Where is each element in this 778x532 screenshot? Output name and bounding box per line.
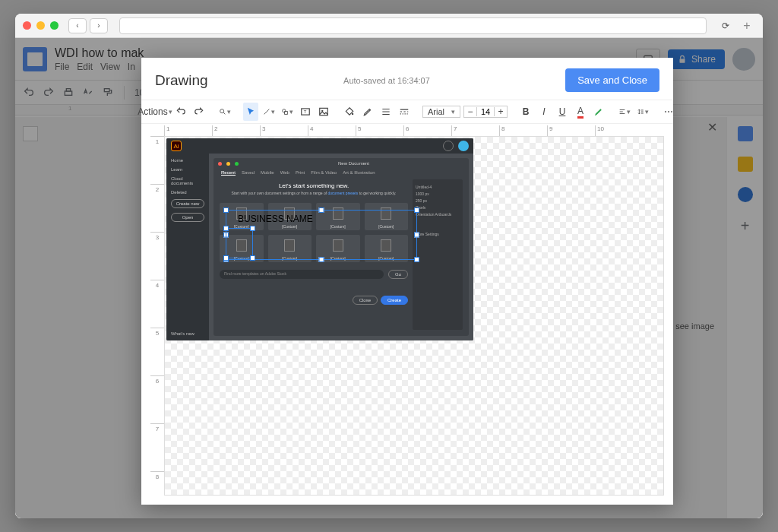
dialog-title: Drawing [155,72,208,89]
ai-close-button: Close [353,296,378,305]
ai-side-learn: Learn [171,167,204,172]
svg-point-6 [283,109,286,112]
redo-button[interactable] [191,103,207,121]
ai-subtext: Start with your own document settings or… [220,191,408,195]
svg-rect-10 [320,108,328,115]
undo-button[interactable] [173,103,188,121]
select-tool[interactable] [243,103,258,121]
ai-side-home: Home [171,158,204,163]
svg-point-5 [220,109,224,113]
image-tool[interactable] [316,103,331,121]
font-size-stepper[interactable]: − + [463,106,508,118]
ai-search-icon [443,141,454,151]
ai-go-button: Go [388,270,408,279]
text-color-button[interactable]: A [573,103,588,121]
ai-create-new-button: Create new [171,199,204,208]
ai-open-button: Open [171,213,204,222]
save-and-close-button[interactable]: Save and Close [565,68,659,92]
ai-logo-icon: Ai [171,141,182,151]
italic-button[interactable]: I [536,103,552,121]
ai-whats-new: What's new [171,331,204,336]
line-spacing-icon [637,106,644,117]
textbox-icon: T [300,106,311,117]
font-family-select[interactable]: Arial▾ [422,106,460,118]
undo-icon [176,106,186,117]
browser-chrome: ‹ › ⟳ + [15,14,763,38]
url-bar[interactable] [119,17,707,34]
ai-sidebar: Home Learn Cloud documents Deleted Creat… [166,154,209,340]
svg-text:T: T [304,109,307,114]
line-dash-icon [399,106,410,117]
more-button[interactable]: ⋯ [661,103,676,121]
canvas-area: 12345678910 12345678 Ai Home Learn [141,124,673,505]
redo-icon [194,106,204,117]
line-tool[interactable]: ▾ [261,103,277,121]
zoom-icon [219,106,226,117]
border-dash-button[interactable] [397,103,412,121]
line-spacing-button[interactable]: ▾ [635,103,650,121]
ai-headline: Let's start something new. [220,182,408,189]
border-weight-button[interactable] [378,103,394,121]
autosave-status: Auto-saved at 16:34:07 [343,76,430,85]
reload-icon[interactable]: ⟳ [718,21,733,31]
cursor-icon [245,106,256,117]
font-size-increase[interactable]: + [495,106,507,117]
ai-avatar-icon [458,141,469,151]
window-controls [23,21,59,30]
textbox-tool[interactable]: T [298,103,313,121]
ai-preset-panel: Untitled-4 1000 px 250 px Pixels Orienta… [413,179,463,330]
drawing-dialog: Drawing Auto-saved at 16:34:07 Save and … [141,58,673,505]
ai-template-search: Find more templates on Adobe Stock [220,270,384,279]
underline-button[interactable]: U [555,103,570,121]
vertical-ruler: 12345678 [150,136,164,496]
border-color-button[interactable] [360,103,375,121]
pencil-icon [362,106,373,117]
zoom-menu[interactable]: ▾ [217,103,232,121]
horizontal-ruler: 12345678910 [164,125,664,136]
font-size-input[interactable] [476,107,495,116]
shape-tool[interactable]: ▾ [280,103,295,121]
browser-window: ‹ › ⟳ + WDI how to mak File Edit View In [15,14,763,518]
new-tab-button[interactable]: + [738,19,755,33]
ai-side-deleted: Deleted [171,190,204,195]
paint-bucket-icon [344,106,355,117]
close-window-icon[interactable] [23,21,31,30]
dialog-header: Drawing Auto-saved at 16:34:07 Save and … [141,58,673,100]
maximize-window-icon[interactable] [50,21,59,30]
textbox-content[interactable]: BUSINESS NAME [238,214,313,224]
highlight-button[interactable] [591,103,606,121]
drawing-toolbar: Actions▾ ▾ ▾ ▾ T Arial▾ − + [141,100,673,124]
shape-icon [281,106,289,117]
svg-point-12 [352,113,353,115]
image-icon [318,106,329,117]
minimize-window-icon[interactable] [36,21,45,30]
ai-side-cloud: Cloud documents [171,176,204,185]
align-icon [618,106,626,117]
bold-button[interactable]: B [518,103,533,121]
align-button[interactable]: ▾ [617,103,632,121]
ai-create-button: Create [381,296,408,305]
actions-menu[interactable]: Actions▾ [147,103,163,121]
line-icon [263,106,270,117]
nav-forward-button[interactable]: › [90,18,108,33]
nav-back-button[interactable]: ‹ [68,18,87,33]
preset-selection[interactable] [226,228,253,258]
fill-color-button[interactable] [342,103,357,121]
line-weight-icon [381,106,391,117]
highlighter-icon [593,106,604,117]
drawing-canvas[interactable]: Ai Home Learn Cloud documents Deleted Cr… [164,136,664,496]
font-size-decrease[interactable]: − [464,106,476,117]
